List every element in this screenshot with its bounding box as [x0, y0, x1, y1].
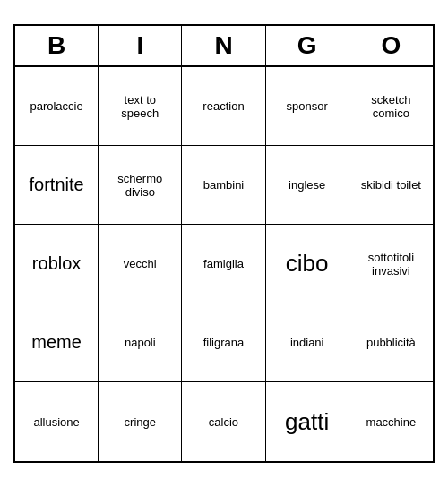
bingo-cell-0: parolaccie: [15, 67, 99, 146]
bingo-cell-7: bambini: [182, 146, 265, 225]
bingo-cell-12: famiglia: [182, 225, 265, 303]
header-letter-b: B: [15, 26, 99, 65]
bingo-cell-3: sponsor: [266, 67, 349, 146]
bingo-cell-8: inglese: [266, 146, 349, 225]
bingo-cell-23: gatti: [266, 382, 349, 461]
bingo-cell-6: schermo diviso: [99, 146, 182, 225]
bingo-cell-14: sottotitoli invasivi: [349, 225, 433, 303]
header-letter-o: O: [349, 26, 433, 65]
bingo-cell-15: meme: [15, 303, 99, 382]
bingo-cell-9: skibidi toilet: [349, 146, 433, 225]
bingo-cell-22: calcio: [182, 382, 265, 461]
header-letter-g: G: [266, 26, 349, 65]
bingo-cell-1: text to speech: [99, 67, 182, 146]
bingo-cell-20: allusione: [15, 382, 99, 461]
bingo-cell-2: reaction: [182, 67, 265, 146]
bingo-header: BINGO: [15, 26, 433, 67]
bingo-cell-18: indiani: [266, 303, 349, 382]
header-letter-i: I: [99, 26, 182, 65]
bingo-grid: parolaccietext to speechreactionsponsors…: [15, 67, 433, 461]
bingo-board: BINGO parolaccietext to speechreactionsp…: [13, 24, 435, 463]
bingo-cell-21: cringe: [99, 382, 182, 461]
bingo-cell-4: scketch comico: [349, 67, 433, 146]
bingo-cell-16: napoli: [99, 303, 182, 382]
bingo-cell-10: roblox: [15, 225, 99, 303]
bingo-cell-17: filigrana: [182, 303, 265, 382]
bingo-cell-19: pubblicità: [349, 303, 433, 382]
bingo-cell-13: cibo: [266, 225, 349, 303]
bingo-cell-11: vecchi: [99, 225, 182, 303]
bingo-cell-5: fortnite: [15, 146, 99, 225]
bingo-cell-24: macchine: [349, 382, 433, 461]
header-letter-n: N: [182, 26, 265, 65]
